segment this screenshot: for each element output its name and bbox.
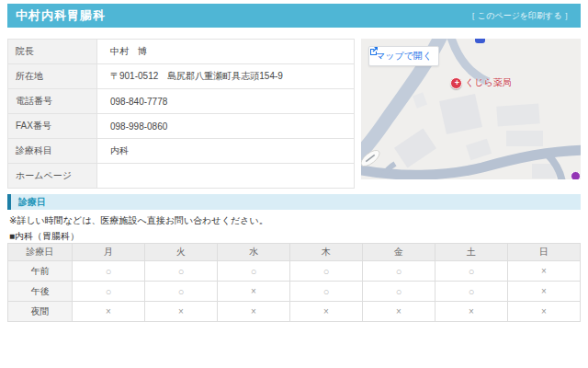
schedule-cell: ○	[73, 282, 145, 302]
map-canvas[interactable]: マップで開く くじら薬局	[361, 39, 581, 179]
schedule-cell: ○	[363, 282, 435, 302]
info-row-address: 所在地 〒901-0512 島尻郡八重瀬町具志頭154-9	[8, 64, 355, 89]
schedule-row-afternoon: 午後 ○ ○ × ○ ○ ○ ×	[8, 282, 581, 302]
info-value: 〒901-0512 島尻郡八重瀬町具志頭154-9	[97, 64, 355, 89]
external-link-icon	[369, 47, 378, 55]
schedule-cell: ×	[218, 302, 290, 322]
clinic-detail-page: 中村内科胃腸科 ［ このページを印刷する ］ 院長 中村 博 所在地 〒901-…	[0, 0, 588, 368]
schedule-table: 診療日 月 火 水 木 金 土 日 午前 ○ ○ ○ ○ ○ ○ ×	[7, 243, 581, 322]
schedule-col-header: 土	[435, 244, 508, 261]
section-header-consultation-days: 診療日	[7, 194, 581, 210]
schedule-col-header: 水	[218, 244, 290, 261]
info-label: 院長	[8, 40, 97, 64]
schedule-col-header: 火	[145, 244, 218, 261]
schedule-col-header: 診療日	[8, 244, 73, 261]
schedule-note: ※詳しい時間などは、医療施設へ直接お問い合わせください。	[9, 214, 268, 227]
pharmacy-pin-icon	[450, 77, 462, 89]
pharmacy-marker[interactable]: くじら薬局	[450, 76, 512, 89]
info-value: 中村 博	[97, 40, 355, 64]
schedule-cell: ○	[435, 261, 508, 282]
shop-poi-icon[interactable]	[571, 171, 581, 179]
schedule-row-label: 午前	[8, 261, 73, 282]
header-bar: 中村内科胃腸科 ［ このページを印刷する ］	[7, 4, 581, 28]
info-label: 診療科目	[8, 139, 97, 164]
schedule-cell: ×	[508, 261, 581, 282]
open-in-map-label: マップで開く	[376, 50, 432, 63]
schedule-cell: ○	[290, 282, 363, 302]
info-label: FAX番号	[8, 114, 97, 139]
info-row-homepage: ホームページ	[8, 164, 355, 189]
schedule-cell: ○	[218, 261, 290, 282]
department-title: ■内科（胃腸科）	[9, 230, 79, 243]
schedule-row-morning: 午前 ○ ○ ○ ○ ○ ○ ×	[8, 261, 581, 282]
schedule-cell: ×	[435, 302, 508, 322]
schedule-cell: ×	[363, 302, 435, 322]
info-value: 098-998-0860	[97, 114, 355, 139]
page-title: 中村内科胃腸科	[16, 7, 106, 24]
info-value: 098-840-7778	[97, 89, 355, 114]
info-label: 電話番号	[8, 89, 97, 114]
map-poi-dot-icon	[475, 39, 485, 43]
print-page-link[interactable]: ［ このページを印刷する ］	[468, 10, 572, 22]
open-in-map-button[interactable]: マップで開く	[368, 46, 439, 66]
schedule-cell: ×	[145, 302, 218, 322]
schedule-header-row: 診療日 月 火 水 木 金 土 日	[8, 244, 581, 261]
schedule-cell: ○	[145, 282, 218, 302]
schedule-cell: ×	[73, 302, 145, 322]
info-label: 所在地	[8, 64, 97, 89]
schedule-cell: ×	[218, 282, 290, 302]
info-row-director: 院長 中村 博	[8, 40, 355, 64]
schedule-col-header: 金	[363, 244, 435, 261]
info-row-departments: 診療科目 内科	[8, 139, 355, 164]
info-label: ホームページ	[8, 164, 97, 189]
section-title: 診療日	[18, 197, 46, 207]
info-row-fax: FAX番号 098-998-0860	[8, 114, 355, 139]
schedule-row-label: 午後	[8, 282, 73, 302]
info-row-phone: 電話番号 098-840-7778	[8, 89, 355, 114]
schedule-col-header: 日	[508, 244, 581, 261]
schedule-cell: ○	[73, 261, 145, 282]
schedule-row-night: 夜間 × × × × × × ×	[8, 302, 581, 322]
schedule-cell: ○	[435, 282, 508, 302]
schedule-cell: ○	[145, 261, 218, 282]
info-value: 内科	[97, 139, 355, 164]
schedule-row-label: 夜間	[8, 302, 73, 322]
schedule-cell: ×	[508, 282, 581, 302]
info-value	[97, 164, 355, 189]
schedule-cell: ○	[290, 261, 363, 282]
schedule-cell: ○	[363, 261, 435, 282]
schedule-cell: ×	[290, 302, 363, 322]
schedule-col-header: 月	[73, 244, 145, 261]
pharmacy-label: くじら薬局	[465, 76, 512, 89]
clinic-info-table: 院長 中村 博 所在地 〒901-0512 島尻郡八重瀬町具志頭154-9 電話…	[7, 39, 355, 189]
schedule-cell: ×	[508, 302, 581, 322]
schedule-col-header: 木	[290, 244, 363, 261]
